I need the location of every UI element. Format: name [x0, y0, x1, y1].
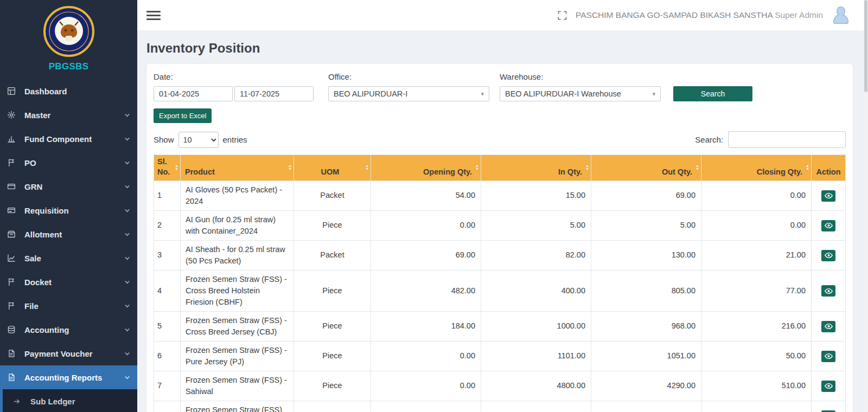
cell-in-qty: 0.00 — [481, 401, 591, 412]
warehouse-select[interactable]: BEO ALIPURDUAR-I Warehouse ▾ — [500, 86, 661, 101]
column-header-product[interactable]: Product▲▼ — [181, 155, 294, 181]
view-action-button[interactable] — [821, 220, 835, 231]
column-header-opening-qty[interactable]: Opening Qty.▲▼ — [371, 155, 481, 181]
payment-voucher-icon — [7, 349, 21, 358]
column-header-out-qty[interactable]: Out Qty.▲▼ — [591, 155, 701, 181]
sidebar-item-requisition[interactable]: Requisition — [0, 198, 137, 222]
cell-out-qty: 5.00 — [591, 210, 701, 240]
cell-uom: Piece — [294, 210, 371, 240]
date-to-input[interactable] — [234, 86, 314, 101]
sidebar-item-sale[interactable]: Sale — [0, 246, 137, 270]
table-row: 6Frozen Semen Straw (FSS) - Pure Jersey … — [154, 341, 846, 371]
file-icon — [7, 301, 21, 310]
cell-out-qty: 130.00 — [591, 240, 701, 270]
master-icon — [7, 111, 21, 119]
sidebar-item-file[interactable]: File — [0, 294, 137, 318]
cell-sl-no: 1 — [154, 181, 181, 210]
cell-action — [812, 240, 846, 270]
column-header-in-qty[interactable]: In Qty.▲▼ — [481, 155, 591, 181]
cell-uom: Piece — [294, 401, 371, 412]
sidebar-item-accounting-reports[interactable]: Accounting Reports — [0, 365, 137, 389]
cell-out-qty: 69.00 — [591, 181, 701, 210]
cell-uom: Piece — [294, 311, 371, 341]
sidebar-item-label: Docket — [24, 278, 124, 287]
cell-action — [812, 341, 846, 371]
cell-sl-no: 3 — [154, 240, 181, 270]
sidebar-item-docket[interactable]: Docket — [0, 270, 137, 294]
sidebar-item-label: Master — [24, 111, 124, 120]
cell-sl-no: 7 — [154, 371, 181, 401]
cell-in-qty: 1101.00 — [481, 341, 591, 371]
fullscreen-icon[interactable] — [557, 10, 567, 21]
hamburger-menu-icon[interactable] — [146, 7, 161, 24]
sidebar-item-po[interactable]: PO — [0, 151, 137, 175]
chevron-down-icon — [124, 303, 130, 309]
sidebar-item-dashboard[interactable]: Dashboard — [0, 79, 137, 103]
export-to-excel-button[interactable]: Export to Excel — [154, 108, 212, 123]
cell-in-qty: 400.00 — [481, 270, 591, 311]
table-search-control: Search: — [695, 131, 846, 148]
sort-icon: ▲▼ — [475, 164, 479, 171]
inventory-card: Date: Office: BEO ALIPURDUAR-I ▾ — [146, 64, 853, 412]
sidebar-subitem-sub-ledger[interactable]: Sub Ledger — [0, 389, 137, 412]
table-row: 4Frozen Semen Straw (FSS) - Cross Breed … — [154, 270, 846, 311]
sidebar-item-payment-voucher[interactable]: Payment Voucher — [0, 342, 137, 365]
sidebar-item-label: Accounting Reports — [24, 373, 124, 382]
table-row: 5Frozen Semen Straw (FSS) - Cross Breed … — [154, 311, 846, 341]
column-header-action: Action — [812, 155, 846, 181]
topbar: PASCHIM BANGA GO-SAMPAD BIKASH SANSTHA S… — [137, 0, 868, 31]
view-action-button[interactable] — [821, 190, 835, 202]
sidebar-item-label: File — [24, 301, 124, 311]
page-title: Inventory Position — [146, 41, 853, 56]
sidebar-item-allotment[interactable]: Allotment — [0, 222, 137, 246]
sidebar-item-accounting[interactable]: Accounting — [0, 318, 137, 342]
sidebar-item-fund-component[interactable]: Fund Component — [0, 127, 137, 151]
user-avatar[interactable] — [831, 5, 851, 25]
grn-icon — [7, 182, 21, 191]
view-action-button[interactable] — [821, 381, 835, 392]
cell-in-qty: 4800.00 — [481, 371, 591, 401]
cell-out-qty: 0.00 — [591, 401, 701, 412]
cell-out-qty: 805.00 — [591, 270, 701, 311]
warehouse-label: Warehouse: — [500, 72, 673, 81]
cell-opening-qty: 54.00 — [371, 181, 481, 210]
chevron-down-icon — [124, 279, 130, 285]
allotment-icon — [7, 230, 21, 239]
table-search-input[interactable] — [728, 131, 846, 148]
view-action-button[interactable] — [821, 285, 835, 297]
cell-product: Frozen Semen Straw (FSS) Buffalo Murrah — [181, 401, 294, 412]
sidebar-item-label: Dashboard — [24, 87, 130, 96]
arrow-right-icon — [14, 398, 27, 404]
sidebar-item-label: Accounting — [24, 325, 124, 334]
sidebar-menu: DashboardMasterFund ComponentPOGRNRequis… — [0, 79, 137, 412]
org-name: PASCHIM BANGA GO-SAMPAD BIKASH SANSTHA — [576, 10, 773, 20]
filters-row: Date: Office: BEO ALIPURDUAR-I ▾ — [154, 72, 846, 101]
fund-component-icon — [7, 134, 21, 143]
cell-product: Frozen Semen Straw (FSS) - Sahiwal — [181, 371, 294, 401]
scrollbar-thumb[interactable] — [864, 0, 867, 92]
requisition-icon — [7, 206, 21, 215]
search-button[interactable]: Search — [673, 86, 752, 101]
cell-opening-qty: 0.00 — [371, 341, 481, 371]
column-header-closing-qty[interactable]: Closing Qty.▲▼ — [701, 155, 812, 181]
sidebar-item-label: PO — [24, 158, 124, 168]
chevron-down-icon — [124, 208, 130, 214]
cell-action — [812, 311, 846, 341]
scrollbar[interactable] — [864, 0, 868, 412]
cell-closing-qty: 510.00 — [701, 371, 812, 401]
cell-sl-no: 4 — [154, 270, 181, 311]
office-select[interactable]: BEO ALIPURDUAR-I ▾ — [328, 86, 489, 101]
view-action-button[interactable] — [821, 250, 835, 261]
column-header-uom[interactable]: UOM▲▼ — [294, 155, 371, 181]
table-controls: Show 10 entries Search: — [154, 131, 846, 148]
chevron-down-icon — [124, 136, 130, 142]
cell-uom: Piece — [294, 341, 371, 371]
sidebar-item-master[interactable]: Master — [0, 103, 137, 127]
date-from-input[interactable] — [154, 86, 233, 101]
view-action-button[interactable] — [821, 351, 835, 362]
view-action-button[interactable] — [821, 321, 835, 332]
page-size-select[interactable]: 10 — [178, 132, 219, 148]
cell-uom: Packet — [294, 240, 371, 270]
column-header-sl-no[interactable]: Sl. No.▲▼ — [154, 155, 181, 181]
sidebar-item-grn[interactable]: GRN — [0, 175, 137, 198]
